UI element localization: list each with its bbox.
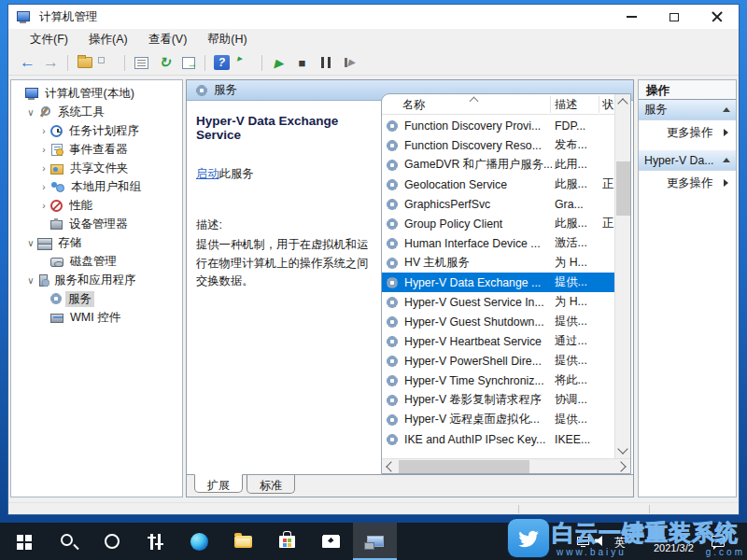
- service-row[interactable]: Hyper-V 卷影复制请求程序 协调...: [382, 390, 614, 410]
- tree-item[interactable]: › 共享文件夹: [11, 159, 182, 177]
- menu-item[interactable]: 文件(F): [21, 30, 77, 49]
- start-service-button[interactable]: [267, 52, 290, 74]
- actions-section-services[interactable]: 服务: [639, 100, 736, 120]
- service-row[interactable]: Geolocation Service 此服... 正: [382, 175, 614, 194]
- service-row[interactable]: Hyper-V Guest Service In... 为 H...: [382, 292, 614, 312]
- tree-item[interactable]: WMI 控件: [11, 308, 182, 327]
- menu-item[interactable]: 操作(A): [80, 30, 136, 49]
- horizontal-scroll-thumb[interactable]: [399, 460, 529, 473]
- taskbar-app-icon: [61, 534, 73, 546]
- expander-icon[interactable]: ›: [37, 182, 50, 192]
- open-button[interactable]: [73, 52, 96, 74]
- minimize-button[interactable]: [610, 5, 653, 29]
- actions-section-hyperv[interactable]: Hyper-V Da...: [639, 150, 736, 171]
- edge-button[interactable]: [177, 523, 221, 560]
- collapse-icon[interactable]: [723, 107, 730, 112]
- service-row[interactable]: GraphicsPerfSvc Gra...: [382, 194, 614, 214]
- scroll-right-icon[interactable]: [615, 461, 626, 471]
- refresh-button[interactable]: [153, 52, 176, 74]
- network-icon[interactable]: [577, 537, 589, 545]
- service-name: Human Interface Device ...: [404, 237, 552, 250]
- view-tab[interactable]: 扩展: [194, 474, 243, 493]
- column-header-description[interactable]: 描述: [555, 97, 578, 113]
- tree-item[interactable]: › 性能: [11, 196, 182, 215]
- tree-item[interactable]: ∨ 存储: [11, 233, 182, 252]
- service-row[interactable]: Function Discovery Provi... FDP...: [382, 116, 614, 135]
- back-button[interactable]: [16, 52, 39, 74]
- service-row[interactable]: Hyper-V Guest Shutdown... 提供...: [382, 312, 614, 331]
- expander-icon[interactable]: ›: [37, 201, 50, 211]
- services-console: 服务 Hyper-V Data Exchange Service 启动此服务 描…: [186, 79, 634, 497]
- column-header-name[interactable]: 名称: [402, 97, 426, 113]
- expander-icon[interactable]: ∨: [24, 238, 37, 248]
- expander-icon[interactable]: ›: [37, 126, 50, 136]
- vertical-scrollbar[interactable]: [614, 94, 630, 458]
- service-row[interactable]: Hyper-V 远程桌面虚拟化... 提供...: [382, 410, 614, 429]
- horizontal-scrollbar[interactable]: [382, 458, 630, 473]
- volume-icon[interactable]: [595, 536, 605, 546]
- service-description: 协调...: [555, 392, 599, 408]
- expander-icon[interactable]: ∨: [24, 275, 37, 286]
- expander-icon[interactable]: ›: [37, 163, 50, 174]
- forward-button[interactable]: [39, 52, 63, 74]
- help-button[interactable]: [210, 52, 233, 74]
- close-button[interactable]: [696, 5, 739, 29]
- tree-item[interactable]: ∨ 服务和应用程序: [11, 271, 182, 289]
- service-gear-icon: [387, 336, 398, 347]
- service-row[interactable]: Hyper-V Time Synchroniz... 将此...: [382, 371, 614, 390]
- service-gear-icon: [387, 218, 398, 230]
- scroll-left-icon[interactable]: [386, 461, 396, 471]
- service-row[interactable]: IKE and AuthIP IPsec Key... IKEE...: [382, 429, 614, 449]
- expander-icon[interactable]: ∨: [24, 107, 37, 118]
- service-row[interactable]: Hyper-V Heartbeat Service 通过...: [382, 331, 614, 351]
- maximize-button[interactable]: [653, 5, 696, 29]
- tree-item[interactable]: › 任务计划程序: [11, 121, 182, 140]
- vertical-scroll-thumb[interactable]: [616, 161, 630, 216]
- description-label: 描述:: [196, 217, 372, 233]
- more-actions-hyperv-button[interactable]: 更多操作: [639, 171, 736, 195]
- service-row[interactable]: Human Interface Device ... 激活...: [382, 233, 614, 253]
- service-row[interactable]: Function Discovery Reso... 发布...: [382, 135, 614, 155]
- service-row[interactable]: HV 主机服务 为 H...: [382, 253, 614, 273]
- more-actions-services-button[interactable]: 更多操作: [639, 120, 736, 145]
- pause-service-button[interactable]: [314, 52, 337, 74]
- menu-item[interactable]: 帮助(H): [199, 30, 255, 49]
- restart-service-button[interactable]: [337, 52, 360, 74]
- service-row[interactable]: Hyper-V PowerShell Dire... 提供...: [382, 351, 614, 371]
- tree-item[interactable]: 设备管理器: [11, 215, 182, 233]
- services-icon: [196, 85, 207, 96]
- menu-item[interactable]: 查看(V): [140, 30, 196, 49]
- start-service-link[interactable]: 启动: [196, 167, 219, 180]
- clock-date[interactable]: 2021/3/2: [654, 542, 694, 553]
- input-language-indicator[interactable]: 英: [614, 535, 626, 551]
- expander-icon[interactable]: ›: [37, 145, 50, 155]
- start-button[interactable]: [2, 523, 46, 560]
- task-view-button[interactable]: [134, 523, 177, 560]
- computer-management-button[interactable]: [353, 523, 397, 560]
- tree-item[interactable]: 服务: [11, 289, 182, 308]
- properties-button[interactable]: [130, 52, 153, 74]
- service-row[interactable]: Group Policy Client 此服... 正: [382, 214, 614, 233]
- tree-item[interactable]: ∨ 系统工具: [11, 103, 182, 121]
- mail-button[interactable]: [309, 523, 353, 560]
- stop-service-button[interactable]: [290, 52, 314, 74]
- export-list-button[interactable]: [176, 52, 200, 74]
- view-tab[interactable]: 标准: [247, 475, 295, 494]
- service-row[interactable]: Hyper-V Data Exchange ... 提供...: [382, 273, 614, 292]
- search-button[interactable]: [46, 523, 90, 560]
- more-actions-label: 更多操作: [667, 125, 712, 141]
- action-center-icon[interactable]: [712, 536, 725, 547]
- collapse-icon[interactable]: [723, 158, 730, 162]
- tree-item[interactable]: › 事件查看器: [11, 140, 182, 159]
- tree-item[interactable]: › 本地用户和组: [11, 177, 182, 196]
- store-button[interactable]: [265, 523, 309, 560]
- scroll-up-icon[interactable]: [617, 98, 627, 108]
- file-explorer-button[interactable]: [221, 523, 265, 560]
- show-window-button[interactable]: [233, 52, 257, 74]
- cortana-button[interactable]: [90, 523, 134, 560]
- console-window-button[interactable]: [96, 52, 120, 74]
- tree-item[interactable]: 磁盘管理: [11, 252, 182, 271]
- service-row[interactable]: GameDVR 和广播用户服务... 此用...: [382, 155, 614, 175]
- tree-item[interactable]: 计算机管理(本地): [11, 84, 182, 103]
- scroll-down-icon[interactable]: [617, 443, 627, 454]
